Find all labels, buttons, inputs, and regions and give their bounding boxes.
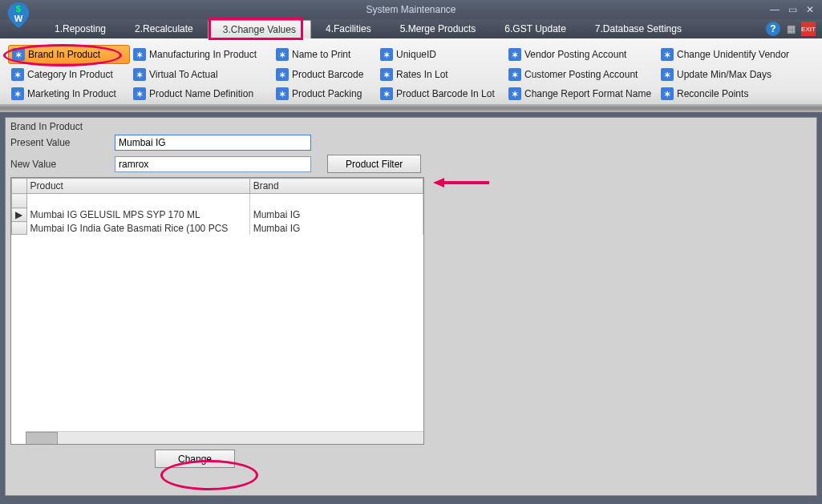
table-row[interactable]: Mumbai IG India Gate Basmati Rice (100 P… — [12, 222, 423, 235]
ribbon: ✶Brand In Product ✶Manufacturing In Prod… — [0, 38, 822, 112]
new-value-label: New Value — [10, 159, 115, 170]
action-icon: ✶ — [133, 87, 146, 100]
minimize-button[interactable]: — — [767, 4, 782, 15]
grid-corner — [12, 179, 27, 194]
ribbon-vendor-posting-account[interactable]: ✶Vendor Posting Account — [505, 45, 658, 64]
help-icon[interactable]: ? — [766, 22, 780, 36]
action-icon: ✶ — [380, 68, 393, 81]
ribbon-divider — [0, 104, 822, 112]
action-icon: ✶ — [276, 48, 289, 61]
ribbon-product-packing[interactable]: ✶Product Packing — [273, 85, 377, 103]
ribbon-product-name-definition[interactable]: ✶Product Name Definition — [130, 85, 273, 103]
ribbon-reconcile-points[interactable]: ✶Reconcile Points — [658, 85, 810, 103]
action-icon: ✶ — [11, 68, 24, 81]
product-grid[interactable]: Product Brand ▶ Mumbai IG GELUSIL MPS SY… — [10, 177, 424, 445]
svg-text:W: W — [14, 14, 23, 23]
content-panel: Brand In Product Present Value New Value… — [5, 117, 817, 496]
ribbon-change-unidentify-vendor[interactable]: ✶Change Unidentify Vendor — [658, 45, 810, 64]
ribbon-uniqueid[interactable]: ✶UniqueID — [377, 45, 505, 64]
action-icon: ✶ — [661, 68, 674, 81]
horizontal-scrollbar[interactable] — [26, 431, 423, 444]
table-row[interactable]: ▶ Mumbai IG GELUSIL MPS SYP 170 ML Mumba… — [12, 208, 423, 222]
row-marker-icon: ▶ — [12, 208, 27, 222]
menu-recalculate[interactable]: 2.Recalculate — [120, 20, 208, 38]
menu-reposting[interactable]: 1.Reposting — [40, 20, 120, 38]
change-button[interactable]: Change — [155, 450, 235, 468]
present-value-input[interactable] — [115, 135, 311, 151]
ribbon-customer-posting-account[interactable]: ✶Customer Posting Account — [505, 66, 658, 83]
ribbon-manufacturing-in-product[interactable]: ✶Manufacturing In Product — [130, 45, 273, 64]
action-icon: ✶ — [133, 68, 146, 81]
ribbon-change-report-format-name[interactable]: ✶Change Report Format Name — [505, 85, 658, 103]
ribbon-virtual-to-actual[interactable]: ✶Virtual To Actual — [130, 66, 273, 83]
menubar: 1.Reposting 2.Recalculate 3.Change Value… — [0, 19, 822, 38]
action-icon: ✶ — [661, 87, 674, 100]
ribbon-marketing-in-product[interactable]: ✶Marketing In Product — [8, 85, 130, 103]
action-icon: ✶ — [661, 48, 674, 61]
menu-facilities[interactable]: 4.Facilities — [311, 20, 386, 38]
col-brand[interactable]: Brand — [249, 179, 423, 194]
ribbon-update-minmax-days[interactable]: ✶Update Min/Max Days — [658, 66, 810, 83]
product-filter-button[interactable]: Product Filter — [327, 155, 421, 173]
grid-header-row: Product Brand — [12, 179, 423, 194]
action-icon: ✶ — [133, 48, 146, 61]
ribbon-brand-in-product[interactable]: ✶Brand In Product — [8, 45, 130, 64]
svg-text:$: $ — [16, 4, 22, 14]
menu-merge-products[interactable]: 5.Merge Products — [386, 20, 491, 38]
app-logo-icon: $ W — [6, 2, 30, 29]
col-product[interactable]: Product — [26, 179, 249, 194]
action-icon: ✶ — [12, 48, 25, 61]
menu-gst-update[interactable]: 6.GST Update — [490, 20, 581, 38]
action-icon: ✶ — [508, 48, 521, 61]
ribbon-product-barcode-in-lot[interactable]: ✶Product Barcode In Lot — [377, 85, 505, 103]
menu-change-values[interactable]: 3.Change Values — [208, 20, 311, 38]
action-icon: ✶ — [276, 87, 289, 100]
ribbon-rates-in-lot[interactable]: ✶Rates In Lot — [377, 66, 505, 83]
ribbon-name-to-print[interactable]: ✶Name to Print — [273, 45, 377, 64]
window-titlebar: $ W System Maintenance — ▭ ✕ — [0, 0, 822, 19]
ribbon-product-barcode[interactable]: ✶Product Barcode — [273, 66, 377, 83]
new-value-input[interactable] — [115, 156, 311, 172]
action-icon: ✶ — [276, 68, 289, 81]
filter-row[interactable] — [12, 194, 423, 208]
maximize-button[interactable]: ▭ — [785, 4, 800, 15]
present-value-label: Present Value — [10, 137, 115, 148]
action-icon: ✶ — [380, 48, 393, 61]
exit-icon[interactable]: EXIT — [801, 22, 816, 36]
action-icon: ✶ — [11, 87, 24, 100]
action-icon: ✶ — [508, 87, 521, 100]
section-title: Brand In Product — [10, 121, 812, 132]
menu-database-settings[interactable]: 7.Database Settings — [581, 20, 696, 38]
settings-icon[interactable]: ▦ — [784, 22, 798, 36]
action-icon: ✶ — [380, 87, 393, 100]
close-button[interactable]: ✕ — [803, 4, 817, 15]
action-icon: ✶ — [508, 68, 521, 81]
ribbon-category-in-product[interactable]: ✶Category In Product — [8, 66, 130, 83]
row-marker-icon — [12, 222, 27, 235]
window-title: System Maintenance — [366, 4, 456, 15]
